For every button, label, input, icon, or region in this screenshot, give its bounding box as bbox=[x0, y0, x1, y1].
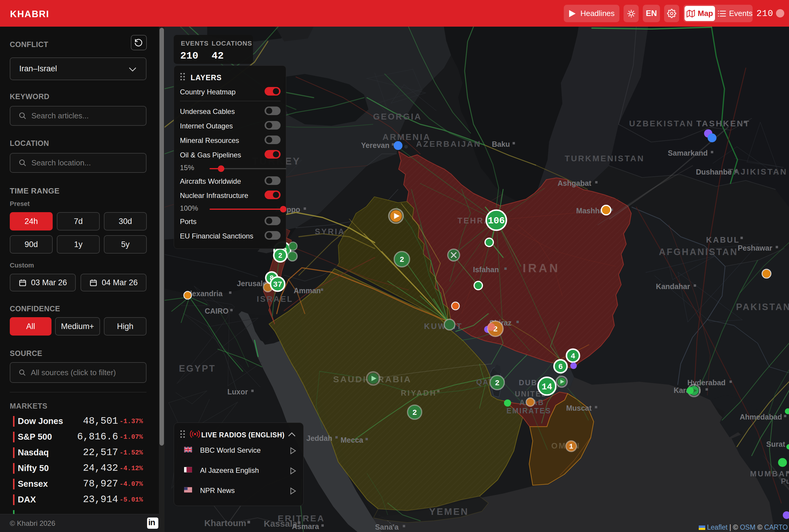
svg-text:Dushanbe: Dushanbe bbox=[696, 168, 732, 176]
svg-text:AFGHANISTAN: AFGHANISTAN bbox=[659, 247, 738, 257]
svg-text:Yerevan: Yerevan bbox=[361, 141, 390, 149]
svg-text:TASHKENT: TASHKENT bbox=[696, 119, 750, 128]
svg-text:Ahmedabad: Ahmedabad bbox=[739, 413, 782, 421]
svg-text:ISRAEL: ISRAEL bbox=[257, 295, 293, 304]
svg-text:Ashgabat: Ashgabat bbox=[558, 179, 591, 187]
svg-text:GEORGIA: GEORGIA bbox=[373, 112, 422, 121]
svg-text:TURKMENISTAN: TURKMENISTAN bbox=[565, 154, 644, 163]
svg-text:14: 14 bbox=[542, 382, 552, 392]
svg-text:RIYADH: RIYADH bbox=[401, 388, 436, 397]
svg-text:KABUL: KABUL bbox=[706, 235, 740, 244]
svg-text:1: 1 bbox=[569, 443, 573, 451]
svg-text:Sana'a: Sana'a bbox=[375, 523, 399, 531]
svg-text:SYRIA: SYRIA bbox=[315, 227, 345, 236]
svg-text:Peshawar: Peshawar bbox=[738, 244, 772, 252]
svg-text:Khartoum: Khartoum bbox=[204, 518, 246, 528]
svg-text:EGYPT: EGYPT bbox=[179, 363, 216, 374]
svg-text:2: 2 bbox=[399, 255, 404, 264]
svg-text:Baku: Baku bbox=[492, 140, 510, 148]
svg-text:IRAN: IRAN bbox=[523, 262, 560, 274]
svg-text:Jeddah: Jeddah bbox=[306, 434, 332, 442]
svg-text:2: 2 bbox=[412, 408, 417, 417]
svg-text:Hyderabad: Hyderabad bbox=[687, 378, 726, 387]
svg-text:Asmara: Asmara bbox=[292, 522, 319, 531]
svg-text:2: 2 bbox=[278, 252, 282, 260]
svg-text:2: 2 bbox=[495, 379, 500, 387]
svg-text:106: 106 bbox=[488, 215, 505, 226]
svg-text:CAIRO: CAIRO bbox=[205, 307, 229, 315]
svg-text:Muscat: Muscat bbox=[566, 404, 592, 412]
svg-text:Amman: Amman bbox=[294, 286, 321, 295]
svg-text:UZBEKISTAN: UZBEKISTAN bbox=[629, 119, 694, 128]
svg-text:Pu: Pu bbox=[781, 477, 789, 486]
svg-text:Samarkand: Samarkand bbox=[668, 149, 708, 157]
svg-text:Kandahar: Kandahar bbox=[656, 282, 690, 290]
svg-text:Mecca: Mecca bbox=[341, 436, 364, 444]
svg-text:6: 6 bbox=[558, 362, 563, 371]
svg-text:KUWAIT: KUWAIT bbox=[424, 322, 463, 331]
svg-text:4: 4 bbox=[570, 352, 575, 361]
svg-text:YEMEN: YEMEN bbox=[429, 506, 469, 517]
svg-text:Luxor: Luxor bbox=[227, 387, 248, 396]
svg-text:AZERBAIJAN: AZERBAIJAN bbox=[416, 139, 481, 149]
svg-text:EMIRATES: EMIRATES bbox=[506, 406, 551, 415]
svg-text:37: 37 bbox=[273, 280, 282, 289]
svg-text:PAKISTAN: PAKISTAN bbox=[736, 302, 789, 312]
svg-text:Surat: Surat bbox=[766, 440, 786, 448]
svg-text:Isfahan: Isfahan bbox=[473, 265, 499, 274]
